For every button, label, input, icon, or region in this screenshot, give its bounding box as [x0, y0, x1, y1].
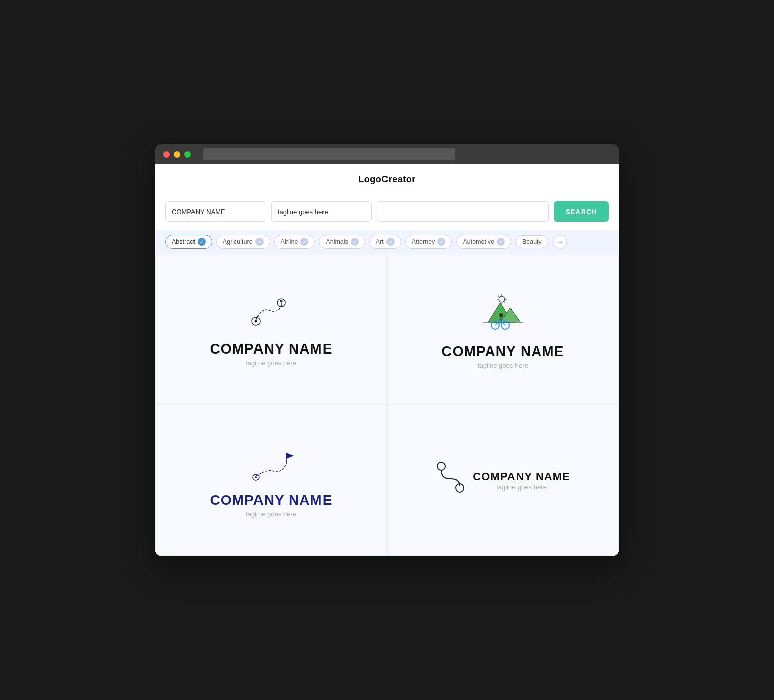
logo-card-1[interactable]: COMPANY NAME tagline goes here	[155, 254, 387, 405]
svg-point-1	[255, 320, 257, 322]
category-animals[interactable]: Animals ✓	[319, 235, 365, 249]
logo-4-text: COMPANY NAME tagline goes here	[473, 470, 570, 491]
svg-point-3	[280, 300, 283, 302]
svg-point-23	[255, 476, 257, 478]
minimize-button[interactable]	[174, 151, 180, 158]
logo-3-company-name: COMPANY NAME	[210, 492, 333, 508]
category-animals-label: Animals	[326, 238, 348, 245]
svg-line-12	[498, 296, 499, 297]
category-agriculture-label: Agriculture	[223, 238, 253, 245]
logo-icon-4	[435, 459, 466, 494]
category-airline[interactable]: Airline ✓	[274, 235, 315, 249]
airline-check-icon: ✓	[300, 238, 308, 246]
category-beauty[interactable]: Beauty	[515, 235, 548, 248]
category-attorney[interactable]: Attorney ✓	[405, 235, 453, 249]
search-button[interactable]: SEARCH	[554, 201, 609, 222]
animals-check-icon: ✓	[351, 238, 359, 246]
automotive-check-icon: ✓	[497, 238, 505, 246]
category-agriculture[interactable]: Agriculture ✓	[216, 235, 270, 249]
category-automotive[interactable]: Automotive ✓	[456, 235, 511, 249]
category-abstract[interactable]: Abstract ✓	[165, 235, 212, 249]
tagline-input[interactable]	[271, 201, 372, 222]
category-airline-label: Airline	[281, 238, 298, 245]
search-bar: SEARCH	[155, 193, 619, 230]
app-header: LogoCreator	[155, 164, 619, 193]
category-bar: Abstract ✓ Agriculture ✓ Airline ✓ Anima…	[155, 230, 619, 254]
browser-content: LogoCreator SEARCH Abstract ✓ Agricultur…	[155, 164, 619, 556]
logo-icon-3	[241, 444, 301, 484]
maximize-button[interactable]	[184, 151, 191, 158]
browser-titlebar	[155, 144, 619, 164]
logo-1-tagline: tagline goes here	[246, 359, 296, 367]
category-art-label: Art	[376, 238, 384, 245]
close-button[interactable]	[163, 151, 170, 158]
app-title: LogoCreator	[358, 174, 416, 184]
category-attorney-label: Attorney	[412, 238, 435, 245]
logo-card-2[interactable]: COMPANY NAME tagline goes here	[387, 254, 619, 405]
company-name-input[interactable]	[165, 201, 266, 222]
category-next-button[interactable]: →	[553, 235, 567, 249]
category-automotive-label: Automotive	[463, 238, 494, 245]
agriculture-check-icon: ✓	[255, 238, 264, 246]
logo-grid: COMPANY NAME tagline goes here	[155, 254, 619, 556]
category-beauty-label: Beauty	[522, 238, 542, 245]
logo-3-tagline: tagline goes here	[246, 510, 296, 518]
abstract-check-icon: ✓	[198, 238, 206, 246]
logo-4-tagline: tagline goes here	[473, 483, 570, 491]
logo-2-tagline: tagline goes here	[478, 362, 528, 369]
logo-card-4[interactable]: COMPANY NAME tagline goes here	[387, 405, 619, 556]
logo-4-company-name: COMPANY NAME	[473, 470, 570, 483]
svg-point-7	[499, 296, 505, 302]
category-abstract-label: Abstract	[172, 238, 195, 245]
category-art[interactable]: Art ✓	[369, 235, 401, 249]
logo-card-3[interactable]: COMPANY NAME tagline goes here	[155, 405, 387, 556]
logo-icon-2	[473, 290, 533, 335]
svg-marker-25	[286, 453, 294, 459]
svg-point-20	[499, 313, 503, 317]
logo-4-inline: COMPANY NAME tagline goes here	[435, 459, 570, 502]
svg-line-13	[504, 302, 505, 303]
logo-2-company-name: COMPANY NAME	[442, 343, 564, 360]
browser-window: LogoCreator SEARCH Abstract ✓ Agricultur…	[155, 144, 619, 556]
art-check-icon: ✓	[386, 238, 395, 246]
url-bar[interactable]	[203, 148, 455, 160]
keyword-input[interactable]	[377, 201, 549, 222]
logo-icon-1	[241, 293, 301, 333]
arrow-right-icon: →	[557, 238, 563, 246]
attorney-check-icon: ✓	[437, 238, 445, 246]
logo-1-company-name: COMPANY NAME	[210, 341, 333, 357]
svg-point-26	[437, 462, 445, 470]
